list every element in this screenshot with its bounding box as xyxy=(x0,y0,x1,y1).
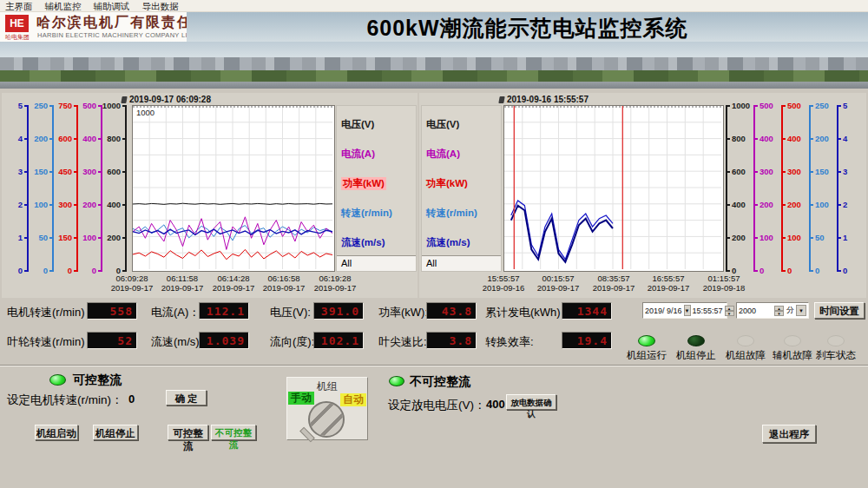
y-axis-power: 5004003002001000 xyxy=(780,105,806,272)
legend-all-button[interactable]: All xyxy=(337,255,416,271)
legend-item[interactable]: 流速(m/s) xyxy=(341,236,385,249)
legend-item[interactable]: 转速(r/min) xyxy=(341,207,392,220)
legend-item[interactable]: 电压(V) xyxy=(426,118,459,131)
axis-tick xyxy=(753,237,758,239)
axis-line xyxy=(753,105,755,272)
axis-tick-label: 400 xyxy=(107,200,121,209)
axis-tick xyxy=(726,270,730,272)
axis-tick xyxy=(122,204,127,206)
unit-stop-button[interactable]: 机组停止 xyxy=(93,425,138,440)
cursor-marker-icon xyxy=(121,96,127,103)
axis-tick-label: 200 xyxy=(34,134,48,143)
exit-program-button[interactable]: 退出程序 xyxy=(762,425,816,443)
confirm-button[interactable]: 确 定 xyxy=(166,390,207,406)
readout-label: 电机转速(r/min)： xyxy=(7,305,96,320)
time-spinner[interactable]: ▲▼ xyxy=(725,306,734,316)
axis-tick-label: 400 xyxy=(82,134,96,143)
axis-tick xyxy=(781,237,786,239)
interval-picker[interactable]: 2000 ▲▼ 分 ▼ xyxy=(736,302,809,319)
panorama-photo xyxy=(0,42,868,89)
time-value[interactable]: 15:55:57 xyxy=(693,307,723,315)
legend-item[interactable]: 电压(V) xyxy=(341,118,374,131)
axis-tick-label: 800 xyxy=(107,134,121,143)
chevron-down-icon[interactable]: ▼ xyxy=(796,305,806,316)
axis-tick-label: 200 xyxy=(732,233,746,242)
legend-item[interactable]: 电流(A) xyxy=(341,148,375,161)
readout-label: 功率(kW): xyxy=(378,305,428,320)
timestamp-text: 2019-09-16 15:55:57 xyxy=(507,95,589,104)
controlled-rectifier-button[interactable]: 可控整流 xyxy=(168,425,208,440)
legend-item[interactable]: 电流(A) xyxy=(426,148,460,161)
menu-item[interactable]: 辅助调试 xyxy=(94,1,130,13)
date-value[interactable]: 2019/ 9/16 xyxy=(645,307,682,315)
menu-item[interactable]: 辅机监控 xyxy=(45,1,82,13)
y-axis-current: 5004003002001000 xyxy=(77,105,103,272)
axis-tick-label: 250 xyxy=(815,101,829,110)
axis-tick xyxy=(122,138,127,140)
readout-label: 流向(度): xyxy=(270,334,314,350)
realtime-plot-area[interactable] xyxy=(132,105,335,272)
axis-tick-label: 150 xyxy=(58,233,72,242)
legend-item[interactable]: 转速(r/min) xyxy=(426,207,477,220)
readout-label: 电压(V): xyxy=(270,305,311,320)
axis-tick-label: 600 xyxy=(58,134,72,143)
discharge-confirm-button[interactable]: 放电数据确认 xyxy=(506,394,556,410)
axis-tick xyxy=(122,270,127,272)
page-title: 600kW潮流能示范电站监控系统 xyxy=(187,14,868,43)
manual-mode-chip[interactable]: 手动 xyxy=(288,392,314,405)
spin-down-icon[interactable]: ▼ xyxy=(774,311,784,316)
axis-tick-label: 0 xyxy=(815,266,819,275)
tick-date: 2019-09-17 xyxy=(302,283,368,293)
axis-tick xyxy=(726,237,730,239)
axis-tick-label: 50 xyxy=(815,233,825,242)
set-discharge-value[interactable]: 400 xyxy=(486,398,505,411)
legend-item[interactable]: 功率(kW) xyxy=(426,177,468,190)
section-divider xyxy=(0,365,868,366)
company-logo-icon: HE xyxy=(5,15,29,32)
y-axis-power: 7506004503001500 xyxy=(53,105,79,272)
readout-label: 叶尖速比: xyxy=(378,334,427,350)
spin-down-icon[interactable]: ▼ xyxy=(725,311,734,316)
axis-tick-label: 4 xyxy=(18,134,23,143)
axis-tick-label: 800 xyxy=(732,134,746,143)
time-set-button[interactable]: 时间设置 xyxy=(814,302,865,319)
axis-tick-label: 300 xyxy=(760,167,773,176)
cursor-marker-icon xyxy=(498,96,504,103)
axis-tick xyxy=(781,270,786,272)
uncontrolled-rectifier-button[interactable]: 不可控整流 xyxy=(211,425,256,440)
unit-mode-knob[interactable] xyxy=(308,401,345,438)
y-axis-voltage: 10008006004002000 xyxy=(725,105,751,272)
interval-value[interactable]: 2000 xyxy=(739,307,756,315)
axis-tick-label: 600 xyxy=(107,167,121,176)
history-plot-area[interactable] xyxy=(503,105,724,272)
auto-mode-chip[interactable]: 自动 xyxy=(340,393,366,406)
menu-item[interactable]: 主界面 xyxy=(5,1,33,13)
axis-tick-label: 100 xyxy=(34,200,48,209)
interval-unit[interactable]: 分 xyxy=(786,305,794,316)
axis-tick-label: 0 xyxy=(843,266,847,275)
legend-item[interactable]: 流速(m/s) xyxy=(426,236,470,249)
interval-spinner[interactable]: ▲▼ xyxy=(774,306,784,316)
axis-tick-label: 500 xyxy=(787,101,801,110)
axis-tick-label: 4 xyxy=(843,134,847,143)
axis-tick-label: 400 xyxy=(732,200,746,209)
axis-tick-label: 1 xyxy=(18,233,23,242)
status-lamp-group: 辅机故障 xyxy=(773,335,812,362)
chevron-down-icon[interactable]: ▼ xyxy=(684,305,691,316)
axis-tick xyxy=(809,270,813,272)
unit-start-button[interactable]: 机组启动 xyxy=(35,425,78,440)
y-axis-rotation-speed: 250200150100500 xyxy=(29,105,55,272)
x-axis-tick-label: 01:15:572019-09-18 xyxy=(691,274,757,293)
axis-tick-label: 500 xyxy=(760,101,773,110)
legend-right: 电压(V)电流(A)功率(kW)转速(r/min)流速(m/s)All xyxy=(421,105,502,272)
axis-tick-label: 100 xyxy=(82,233,96,242)
axis-tick xyxy=(837,204,841,206)
legend-item[interactable]: 功率(kW) xyxy=(341,177,386,190)
menu-item[interactable]: 导出数据 xyxy=(142,1,179,13)
set-speed-value[interactable]: 0 xyxy=(128,392,135,406)
datetime-picker[interactable]: 2019/ 9/16 ▼ 15:55:57 ▲▼ xyxy=(642,302,727,319)
axis-tick xyxy=(837,105,841,107)
axis-tick-label: 2 xyxy=(18,200,23,209)
legend-all-button[interactable]: All xyxy=(422,255,501,271)
logo-subtitle: 哈电集团 xyxy=(3,33,32,42)
